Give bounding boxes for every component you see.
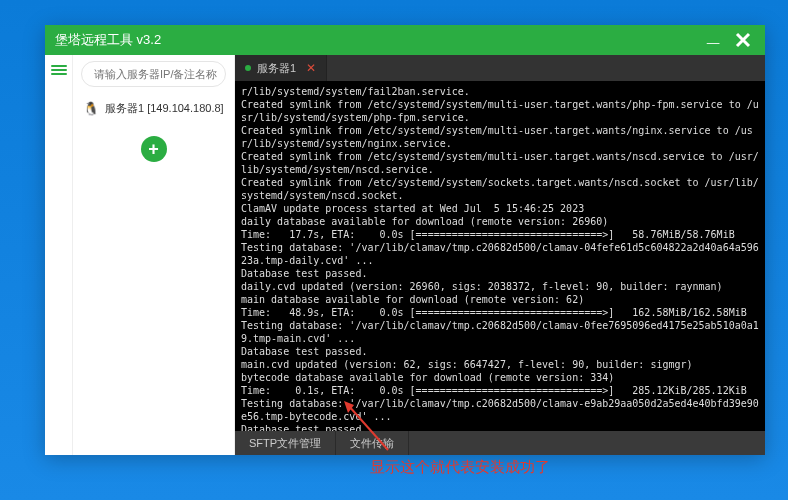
terminal-output[interactable]: r/lib/systemd/system/fail2ban.service. C…	[235, 81, 765, 431]
status-dot-icon	[245, 65, 251, 71]
search-box[interactable]	[81, 61, 226, 87]
bottom-tab-transfer[interactable]: 文件传输	[336, 431, 409, 455]
annotation-text: 显示这个就代表安装成功了	[370, 458, 550, 477]
tab-close-icon[interactable]: ✕	[306, 61, 316, 75]
window-title: 堡塔远程工具 v3.2	[55, 31, 695, 49]
bottom-bar: SFTP文件管理 文件传输	[235, 431, 765, 455]
tab-bar: 服务器1 ✕	[235, 55, 765, 81]
close-icon	[734, 31, 752, 49]
close-button[interactable]	[731, 28, 755, 52]
left-rail	[45, 55, 73, 455]
server-label: 服务器1 [149.104.180.8]	[105, 101, 224, 116]
titlebar: 堡塔远程工具 v3.2 _	[45, 25, 765, 55]
main-panel: 服务器1 ✕ r/lib/systemd/system/fail2ban.ser…	[235, 55, 765, 455]
add-server-button[interactable]: +	[141, 136, 167, 162]
server-list-item[interactable]: 🐧 服务器1 [149.104.180.8]	[81, 97, 226, 120]
linux-icon: 🐧	[83, 101, 99, 116]
menu-icon[interactable]	[51, 63, 67, 75]
app-window: 堡塔远程工具 v3.2 _ 🐧 服务器1 [149.104.180.8] +	[45, 25, 765, 455]
bottom-tab-sftp[interactable]: SFTP文件管理	[235, 431, 336, 455]
sidebar: 🐧 服务器1 [149.104.180.8] +	[73, 55, 235, 455]
tab-server1[interactable]: 服务器1 ✕	[235, 55, 327, 81]
tab-label: 服务器1	[257, 61, 296, 76]
search-input[interactable]	[94, 68, 232, 80]
minimize-button[interactable]: _	[701, 22, 725, 46]
